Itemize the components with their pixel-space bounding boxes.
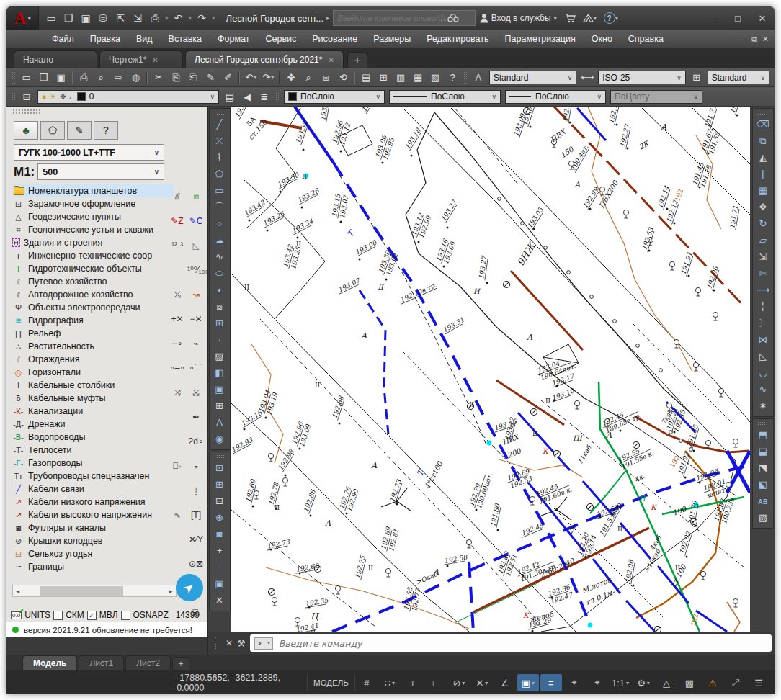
polar-tracking-icon[interactable]: ⊘▾ [448, 674, 470, 691]
tab-symbols[interactable]: ♣ [14, 121, 38, 140]
palette-item[interactable]: ⫽Путевое хозяйство [12, 275, 174, 288]
palette-item[interactable]: ↗Кабели низкого напряжения [12, 495, 174, 508]
palette-tool-icon[interactable]: −✕ [187, 314, 205, 324]
toolbar-grip[interactable] [12, 90, 16, 103]
toolbar-grip[interactable] [757, 111, 769, 115]
palette-item[interactable]: -Г-Газопроводы [12, 457, 174, 470]
new-tab-button[interactable]: + [347, 52, 367, 68]
palette-item[interactable]: -В-Водопроводы [12, 431, 174, 444]
cut-icon[interactable]: ✂ [150, 70, 167, 86]
palette-item[interactable]: ⊡Сельхоз угодья [12, 547, 174, 560]
model-space-button[interactable]: МОДЕЛЬ [308, 675, 355, 691]
palette-tool-icon[interactable]: ✎C [187, 216, 205, 226]
maximize-button[interactable]: □ [726, 9, 750, 27]
zoom-realtime-icon[interactable]: ⌕ [300, 70, 317, 86]
palette-item[interactable]: ∏Рельеф [12, 327, 174, 340]
palette-item[interactable]: ╱Кабели связи [12, 483, 174, 495]
mtext-icon[interactable]: A [211, 414, 228, 431]
chamfer-icon[interactable]: ◺ [754, 348, 772, 364]
layer-on-icon[interactable]: ● [42, 92, 47, 101]
minimize-button[interactable]: — [701, 9, 726, 27]
palette-item[interactable]: ΨОбъекты электропередачи [12, 301, 174, 314]
palette-tool-icon[interactable]: ✕⁄Y [187, 534, 205, 544]
palette-item[interactable]: △Геодезические пункты [12, 210, 174, 223]
hatch-to-back-icon[interactable]: ▨ [754, 509, 772, 526]
fillet-icon[interactable]: ◡ [754, 364, 772, 381]
batch-plot-icon[interactable]: ⇨ [110, 70, 127, 86]
tab-close-icon[interactable]: ✕ [152, 56, 158, 64]
palette-tool-icon[interactable]: ✎Z [169, 216, 186, 226]
command-input-area[interactable]: >_▾ [250, 634, 772, 652]
menu-Вставка[interactable]: Вставка [161, 30, 210, 48]
palette-tool-icon[interactable]: −∘ [169, 338, 186, 349]
text-to-front-icon[interactable]: ᴀʙ [754, 493, 772, 509]
zoom-object-icon[interactable]: ◙ [211, 526, 228, 542]
palette-item[interactable]: ⊘Крышки колодцев [12, 534, 174, 547]
trim-icon[interactable]: ✄ [754, 265, 772, 282]
zoom-in-icon[interactable]: + [211, 542, 228, 559]
palette-item[interactable]: Номенклатура планшетов [12, 184, 174, 197]
menu-Правка[interactable]: Правка [82, 30, 128, 48]
palette-tool-icon[interactable]: ✒ [187, 412, 205, 422]
transfer-icon[interactable]: ⇱ [112, 10, 128, 26]
ortho-icon[interactable]: ∟ [425, 674, 447, 691]
app-logo-button[interactable]: A ▾ [6, 6, 39, 30]
toolbar-grip[interactable] [12, 71, 16, 84]
customize-icon[interactable]: ☰ [748, 674, 769, 691]
palette-item[interactable]: ТтТрубопроводы спецназначен [12, 470, 174, 483]
region-icon[interactable]: ▣ [211, 381, 228, 398]
save-icon[interactable]: ▣ [53, 70, 70, 86]
zoom-scale-icon[interactable]: ⊟ [211, 493, 228, 509]
palette-tool-icon[interactable]: ⌁ [187, 338, 205, 349]
units-display-icon[interactable]: ▩ [679, 674, 700, 691]
ellipse-arc-icon[interactable]: ◖ [211, 282, 228, 298]
open-file-icon[interactable]: ❒ [61, 10, 76, 26]
dynamic-input-icon[interactable]: + [402, 674, 424, 691]
close-button[interactable]: ✕ [750, 9, 775, 27]
palette-tool-icon[interactable]: ¹⁰⁰⁄₁₀₀ [187, 265, 205, 275]
command-input[interactable] [277, 637, 767, 650]
lineweight-select[interactable]: ПоСлою∨ [505, 90, 606, 104]
zoom-center-icon[interactable]: ⊕ [211, 509, 228, 526]
layer-previous-icon[interactable]: ◀ [238, 89, 256, 104]
title-expand-icon[interactable]: ▸ [326, 14, 330, 22]
send-to-back-icon[interactable]: ⬓ [754, 443, 772, 459]
tab-help[interactable]: ? [94, 121, 118, 140]
palette-item[interactable]: ≋Гидрография [12, 314, 174, 327]
palette-tool-icon[interactable]: [T] [187, 510, 205, 520]
annotation-monitor-icon[interactable]: △ [656, 674, 677, 691]
new-layout-button[interactable]: + [172, 657, 189, 670]
dynamic-ucs-icon[interactable]: ∠ [494, 674, 516, 691]
palette-tool-icon[interactable]: ⤨ [169, 387, 186, 398]
binoculars-icon[interactable] [447, 14, 459, 22]
palette-tool-icon[interactable]: ⊙⊠ [187, 559, 205, 569]
command-close-icon[interactable]: ✕ [226, 638, 233, 648]
zoom-previous-icon[interactable]: ⟲ [334, 70, 352, 86]
plot-icon[interactable]: ⎙ [75, 70, 92, 86]
palette-item[interactable]: ⌗Геологические устья и скважи [12, 223, 174, 236]
toolbar-grip[interactable] [275, 90, 280, 103]
palette-tool-icon[interactable]: ⍊ [187, 485, 205, 495]
new-icon[interactable]: ▭ [18, 70, 35, 86]
revision-cloud-icon[interactable]: ☁ [211, 232, 228, 248]
palette-item[interactable]: ⫽Автодорожное хозяйство [12, 288, 174, 301]
palette-item[interactable]: ⊡Зарамочное оформление [12, 197, 174, 210]
layer-states-icon[interactable]: ≣ [256, 89, 273, 104]
qat-overflow-icon[interactable]: ▾ [212, 14, 215, 22]
upload-icon[interactable]: ⇲ [130, 10, 146, 26]
annotation-visibility-icon[interactable]: ⌖ [563, 674, 585, 691]
palette-tool-icon[interactable]: ⟔ [187, 461, 205, 471]
scale-icon[interactable]: ▱ [754, 232, 772, 248]
doc-minimize-icon[interactable]: — [738, 35, 746, 43]
menu-Вид[interactable]: Вид [128, 30, 161, 48]
palette-tool-icon[interactable]: +✕ [169, 314, 186, 324]
menu-Редактировать[interactable]: Редактировать [419, 30, 496, 48]
palette-grip[interactable] [12, 109, 41, 115]
rectangle-icon[interactable]: ▭ [211, 182, 228, 199]
object-snap-icon[interactable]: ▣▾ [517, 674, 539, 691]
create-block-icon[interactable]: ⊞ [211, 315, 228, 331]
zoom-extents-icon[interactable]: ✕ [211, 592, 228, 609]
annotation-scale-label[interactable]: 1:1▾ [610, 674, 631, 691]
plotstyle-select[interactable]: ПоЦвету∨ [610, 90, 702, 104]
graphics-performance-icon[interactable]: ⚠ [702, 674, 723, 691]
